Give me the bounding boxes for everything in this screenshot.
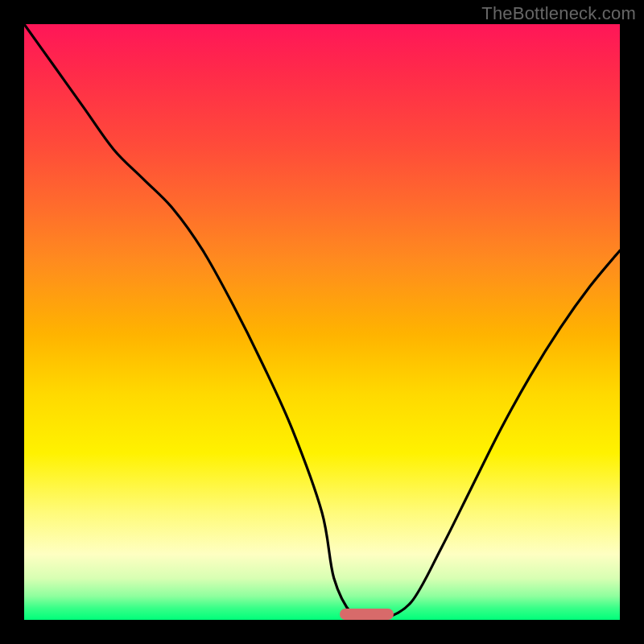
curve-layer xyxy=(24,24,620,620)
watermark-text: TheBottleneck.com xyxy=(481,3,636,24)
optimal-range-marker xyxy=(340,609,394,620)
chart-frame: TheBottleneck.com xyxy=(0,0,644,644)
plot-area xyxy=(24,24,620,620)
bottleneck-curve xyxy=(24,24,620,620)
